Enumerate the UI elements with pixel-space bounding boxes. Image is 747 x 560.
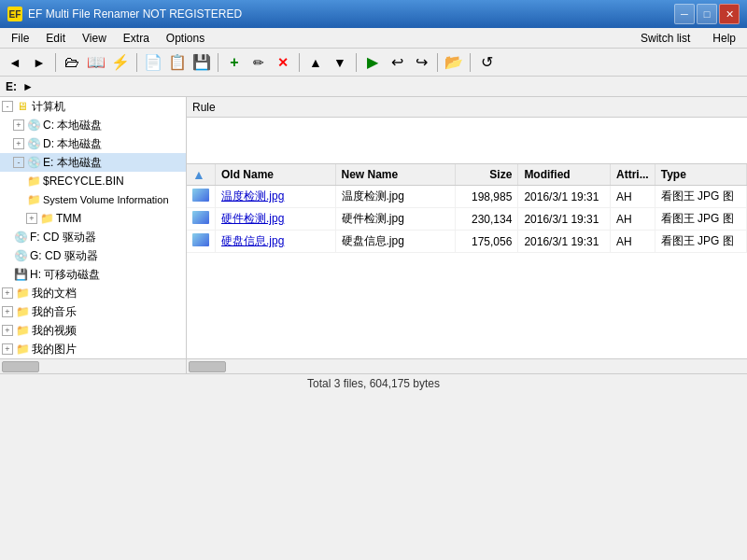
save-button[interactable]: 💾: [190, 51, 213, 74]
menu-file[interactable]: File: [4, 30, 36, 47]
tree-item-mymusic[interactable]: + 📁 我的音乐: [0, 302, 186, 321]
table-row[interactable]: 温度检测.jpg温度检测.jpg198,9852016/3/1 19:31AH看…: [187, 186, 747, 208]
expand-mydocs[interactable]: +: [2, 287, 13, 299]
file-type: 看图王 JPG 图: [655, 186, 746, 208]
forward-button[interactable]: ►: [28, 51, 50, 74]
back-button[interactable]: ◄: [4, 51, 26, 74]
right-hscroll-thumb[interactable]: [189, 361, 226, 372]
add-button[interactable]: +: [223, 51, 246, 74]
expand-myvideo[interactable]: +: [2, 325, 13, 336]
tree-item-mypics[interactable]: + 📁 我的图片: [0, 340, 186, 358]
left-hscroll-thumb[interactable]: [2, 361, 39, 372]
tree-label-mymusic: 我的音乐: [32, 304, 77, 320]
toolbar-sep-4: [299, 53, 300, 72]
rule-label: Rule: [192, 101, 216, 114]
file-new-name: 硬件检测.jpg: [335, 208, 456, 231]
f-drive-icon: 💿: [13, 230, 28, 245]
tree-item-e[interactable]: - 💿 E: 本地磁盘: [0, 153, 186, 172]
tree-item-h[interactable]: 💾 H: 可移动磁盘: [0, 265, 186, 284]
help-menu[interactable]: Help: [705, 30, 743, 47]
up-button[interactable]: ▲: [304, 51, 327, 74]
execute-button[interactable]: ▶: [361, 51, 384, 74]
down-button[interactable]: ▼: [329, 51, 351, 74]
file-list[interactable]: ▲ Old Name New Name Size: [187, 164, 747, 358]
file-attri: AH: [611, 231, 655, 253]
toolbar-sep-5: [356, 53, 357, 72]
tree-item-c[interactable]: + 💿 C: 本地磁盘: [0, 116, 186, 134]
file-attri: AH: [611, 186, 655, 208]
col-modified[interactable]: Modified: [518, 164, 611, 186]
menu-edit[interactable]: Edit: [38, 30, 73, 47]
right-hscroll[interactable]: [187, 359, 747, 373]
file-icon-cell: [187, 186, 216, 208]
col-modified-label: Modified: [524, 168, 570, 181]
file-old-name: 硬盘信息.jpg: [216, 231, 336, 253]
col-size[interactable]: Size: [456, 164, 518, 186]
undo-button[interactable]: ↩: [386, 51, 408, 74]
copy-button[interactable]: 📋: [166, 51, 189, 74]
col-sort-icon[interactable]: ▲: [187, 164, 216, 186]
edit-button[interactable]: ✏: [247, 51, 270, 74]
browse-button[interactable]: 📂: [443, 51, 465, 74]
flash-button[interactable]: ⚡: [109, 51, 132, 74]
file-size: 175,056: [456, 231, 518, 253]
computer-icon: 🖥: [15, 99, 30, 114]
file-old-name: 硬件检测.jpg: [216, 208, 336, 231]
title-bar-left: EF EF Multi File Renamer NOT REGISTERED: [7, 7, 242, 21]
expand-d[interactable]: +: [13, 138, 24, 149]
tree-label-d: D: 本地磁盘: [43, 136, 102, 152]
window-controls: ─ □ ✕: [674, 4, 740, 24]
menu-view[interactable]: View: [75, 30, 114, 47]
expand-c[interactable]: +: [13, 119, 24, 131]
expand-mypics[interactable]: +: [2, 343, 13, 355]
myvideo-icon: 📁: [15, 323, 30, 338]
redo-button[interactable]: ↪: [410, 51, 432, 74]
folder-tree[interactable]: - 🖥 计算机 + 💿 C: 本地磁盘 + 💿 D: 本地磁盘: [0, 97, 186, 358]
expand-tmm[interactable]: +: [26, 213, 37, 224]
table-row[interactable]: 硬件检测.jpg硬件检测.jpg230,1342016/3/1 19:31AH看…: [187, 208, 747, 231]
tree-item-mydocs[interactable]: + 📁 我的文档: [0, 284, 186, 302]
tree-item-g[interactable]: 💿 G: CD 驱动器: [0, 246, 186, 265]
left-hscroll[interactable]: [0, 359, 187, 373]
col-type[interactable]: Type: [655, 164, 746, 186]
close-button[interactable]: ✕: [719, 4, 740, 24]
tree-item-myvideo[interactable]: + 📁 我的视频: [0, 321, 186, 340]
tree-label-mypics: 我的图片: [32, 342, 77, 357]
delete-button[interactable]: ✕: [272, 51, 294, 74]
switch-list-menu[interactable]: Switch list: [633, 30, 698, 47]
new-button[interactable]: 📄: [142, 51, 164, 74]
refresh-button[interactable]: ↺: [475, 51, 498, 74]
col-new-name[interactable]: New Name: [335, 164, 456, 186]
file-size: 230,134: [456, 208, 518, 231]
file-modified: 2016/3/1 19:31: [518, 208, 611, 231]
tree-item-computer[interactable]: - 🖥 计算机: [0, 97, 186, 116]
col-type-label: Type: [661, 168, 686, 181]
tree-item-recycle[interactable]: 📁 $RECYCLE.BIN: [0, 172, 186, 190]
maximize-button[interactable]: □: [697, 4, 717, 24]
toolbar-sep-6: [437, 53, 438, 72]
menu-left: File Edit View Extra Options: [4, 30, 212, 47]
expand-computer[interactable]: -: [2, 101, 13, 112]
tree-item-tmm[interactable]: + 📁 TMM: [0, 209, 186, 228]
bookmark-button[interactable]: 📖: [85, 51, 107, 74]
mymusic-icon: 📁: [15, 304, 30, 319]
rule-bar: Rule: [187, 97, 747, 118]
menu-extra[interactable]: Extra: [116, 30, 157, 47]
expand-e[interactable]: -: [13, 157, 24, 168]
tree-item-f[interactable]: 💿 F: CD 驱动器: [0, 228, 186, 246]
menu-options[interactable]: Options: [159, 30, 212, 47]
open-folder-button[interactable]: 🗁: [61, 51, 83, 74]
file-size: 198,985: [456, 186, 518, 208]
window-title: EF Multi File Renamer NOT REGISTERED: [28, 7, 242, 21]
main-content: - 🖥 计算机 + 💿 C: 本地磁盘 + 💿 D: 本地磁盘: [0, 97, 747, 373]
minimize-button[interactable]: ─: [674, 4, 695, 24]
col-old-name[interactable]: Old Name: [216, 164, 336, 186]
col-attri[interactable]: Attri...: [611, 164, 655, 186]
table-row[interactable]: 硬盘信息.jpg硬盘信息.jpg175,0562016/3/1 19:31AH看…: [187, 231, 747, 253]
tree-item-sysinfo[interactable]: 📁 System Volume Information: [0, 190, 186, 209]
tree-item-d[interactable]: + 💿 D: 本地磁盘: [0, 134, 186, 153]
file-type-icon: [192, 189, 209, 202]
mypics-icon: 📁: [15, 342, 30, 357]
expand-mymusic[interactable]: +: [2, 306, 13, 317]
mydocs-icon: 📁: [15, 286, 30, 301]
